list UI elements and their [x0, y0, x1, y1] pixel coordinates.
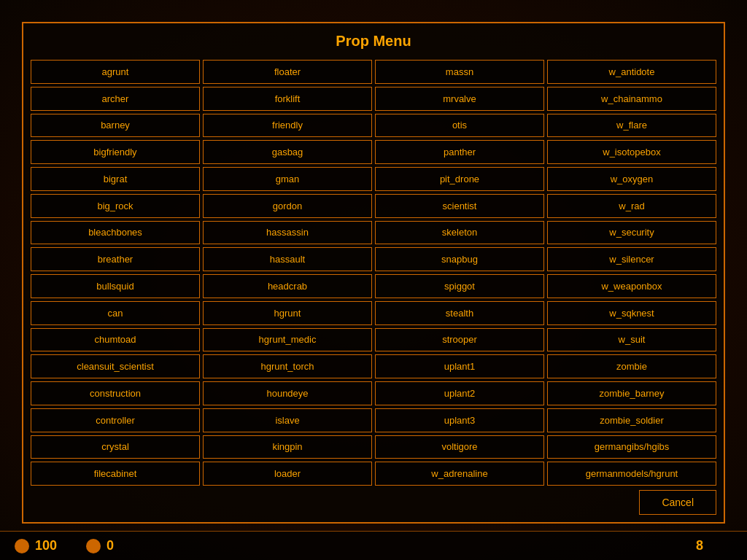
grid-item-forklift[interactable]: forklift	[203, 87, 372, 111]
hud-bar: 100 0 8	[0, 531, 747, 560]
hud-ammo: 0	[86, 538, 114, 553]
grid-item-w-sqknest[interactable]: w_sqknest	[547, 301, 716, 325]
grid-item-strooper[interactable]: strooper	[375, 328, 544, 352]
grid-item-bullsquid[interactable]: bullsquid	[31, 274, 200, 298]
grid-item-big-rock[interactable]: big_rock	[31, 194, 200, 218]
hud-score: 8	[696, 538, 703, 553]
prop-menu-modal: Prop Menu agruntfloatermassnw_antidotear…	[22, 22, 725, 524]
grid-item-gman[interactable]: gman	[203, 167, 372, 191]
grid-item-uplant1[interactable]: uplant1	[375, 354, 544, 378]
grid-item-kingpin[interactable]: kingpin	[203, 435, 372, 459]
grid-item-crystal[interactable]: crystal	[31, 435, 200, 459]
cancel-button[interactable]: Cancel	[639, 490, 716, 515]
grid-item-snapbug[interactable]: snapbug	[375, 247, 544, 271]
prop-grid: agruntfloatermassnw_antidotearcherforkli…	[31, 60, 716, 486]
grid-item-barney[interactable]: barney	[31, 114, 200, 138]
grid-item-breather[interactable]: breather	[31, 247, 200, 271]
grid-item-gordon[interactable]: gordon	[203, 194, 372, 218]
hud-health: 100	[15, 538, 57, 553]
grid-item-stealth[interactable]: stealth	[375, 301, 544, 325]
ammo-icon	[86, 539, 101, 553]
grid-item-zombie-soldier[interactable]: zombie_soldier	[547, 408, 716, 432]
cancel-row: Cancel	[31, 490, 716, 515]
grid-item-w-rad[interactable]: w_rad	[547, 194, 716, 218]
grid-item-otis[interactable]: otis	[375, 114, 544, 138]
grid-item-mrvalve[interactable]: mrvalve	[375, 87, 544, 111]
grid-item-w-security[interactable]: w_security	[547, 221, 716, 245]
grid-item-islave[interactable]: islave	[203, 408, 372, 432]
grid-item-loader[interactable]: loader	[203, 462, 372, 486]
grid-item-agrunt[interactable]: agrunt	[31, 60, 200, 84]
health-icon	[15, 539, 29, 553]
grid-item-w-oxygen[interactable]: w_oxygen	[547, 167, 716, 191]
grid-item-hgrunt-medic[interactable]: hgrunt_medic	[203, 328, 372, 352]
grid-item-zombie-barney[interactable]: zombie_barney	[547, 381, 716, 405]
modal-title: Prop Menu	[31, 31, 716, 51]
grid-item-bigrat[interactable]: bigrat	[31, 167, 200, 191]
grid-item-controller[interactable]: controller	[31, 408, 200, 432]
grid-item-zombie[interactable]: zombie	[547, 354, 716, 378]
grid-item-filecabinet[interactable]: filecabinet	[31, 462, 200, 486]
grid-item-bigfriendly[interactable]: bigfriendly	[31, 140, 200, 164]
grid-item-chumtoad[interactable]: chumtoad	[31, 328, 200, 352]
grid-item-construction[interactable]: construction	[31, 381, 200, 405]
grid-item-pit-drone[interactable]: pit_drone	[375, 167, 544, 191]
grid-item-hgrunt-torch[interactable]: hgrunt_torch	[203, 354, 372, 378]
grid-item-can[interactable]: can	[31, 301, 200, 325]
grid-item-hgrunt[interactable]: hgrunt	[203, 301, 372, 325]
grid-item-scientist[interactable]: scientist	[375, 194, 544, 218]
grid-item-floater[interactable]: floater	[203, 60, 372, 84]
grid-item-w-chainammo[interactable]: w_chainammo	[547, 87, 716, 111]
grid-item-spiggot[interactable]: spiggot	[375, 274, 544, 298]
grid-item-bleachbones[interactable]: bleachbones	[31, 221, 200, 245]
grid-item-uplant3[interactable]: uplant3	[375, 408, 544, 432]
grid-item-w-silencer[interactable]: w_silencer	[547, 247, 716, 271]
grid-item-voltigore[interactable]: voltigore	[375, 435, 544, 459]
grid-item-cleansuit-scientist[interactable]: cleansuit_scientist	[31, 354, 200, 378]
grid-item-w-adrenaline[interactable]: w_adrenaline	[375, 462, 544, 486]
grid-item-w-suit[interactable]: w_suit	[547, 328, 716, 352]
grid-item-headcrab[interactable]: headcrab	[203, 274, 372, 298]
grid-item-massn[interactable]: massn	[375, 60, 544, 84]
grid-item-friendly[interactable]: friendly	[203, 114, 372, 138]
grid-item-archer[interactable]: archer	[31, 87, 200, 111]
grid-item-germanmodels-hgrunt[interactable]: germanmodels/hgrunt	[547, 462, 716, 486]
grid-item-hassassin[interactable]: hassassin	[203, 221, 372, 245]
grid-item-hassault[interactable]: hassault	[203, 247, 372, 271]
grid-item-germangibs-hgibs[interactable]: germangibs/hgibs	[547, 435, 716, 459]
grid-item-w-antidote[interactable]: w_antidote	[547, 60, 716, 84]
grid-item-houndeye[interactable]: houndeye	[203, 381, 372, 405]
grid-item-uplant2[interactable]: uplant2	[375, 381, 544, 405]
grid-item-w-flare[interactable]: w_flare	[547, 114, 716, 138]
grid-item-skeleton[interactable]: skeleton	[375, 221, 544, 245]
grid-item-w-weaponbox[interactable]: w_weaponbox	[547, 274, 716, 298]
grid-item-w-isotopebox[interactable]: w_isotopebox	[547, 140, 716, 164]
grid-item-gasbag[interactable]: gasbag	[203, 140, 372, 164]
grid-item-panther[interactable]: panther	[375, 140, 544, 164]
